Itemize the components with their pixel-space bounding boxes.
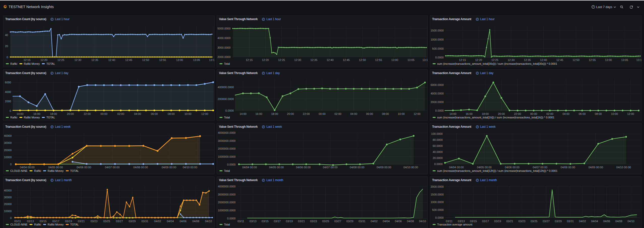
svg-text:30000: 30000	[4, 196, 12, 199]
svg-text:04/10 00:00: 04/10 00:00	[403, 166, 418, 169]
svg-text:1000000.0000: 1000000.0000	[218, 209, 236, 212]
svg-text:0.0000: 0.0000	[227, 163, 236, 166]
svg-text:03/31: 03/31	[141, 220, 148, 223]
svg-text:12:20: 12:20	[41, 58, 48, 61]
svg-text:12:20: 12:20	[475, 58, 482, 61]
svg-text:04/09 00:00: 04/09 00:00	[377, 166, 391, 169]
svg-text:12:30: 12:30	[508, 58, 515, 61]
svg-text:6000: 6000	[5, 81, 11, 84]
svg-text:12:15: 12:15	[23, 58, 30, 61]
svg-text:0.0000: 0.0000	[225, 109, 234, 112]
svg-text:12:25: 12:25	[278, 58, 285, 61]
svg-text:04/06 00:00: 04/06 00:00	[296, 166, 311, 169]
svg-text:12:40: 12:40	[108, 58, 115, 61]
svg-text:0: 0	[10, 163, 12, 166]
svg-text:13:00: 13:00	[605, 58, 612, 61]
svg-text:03/11: 03/11	[14, 220, 21, 223]
svg-text:4000000.0000: 4000000.0000	[218, 185, 236, 188]
svg-text:04/08: 04/08	[407, 220, 414, 223]
svg-text:12:45: 12:45	[343, 58, 350, 61]
svg-text:12:35: 12:35	[524, 58, 531, 61]
svg-text:04:00: 04:00	[563, 112, 570, 115]
svg-text:04/04 00:00: 04/04 00:00	[449, 166, 464, 169]
svg-text:12:50: 12:50	[142, 58, 149, 61]
svg-text:13:05: 13:05	[407, 58, 414, 61]
svg-text:12:35: 12:35	[310, 58, 317, 61]
svg-text:04/10: 04/10	[627, 220, 634, 223]
svg-text:02:00: 02:00	[117, 112, 124, 115]
svg-text:13:1: 13:1	[636, 58, 642, 61]
svg-text:12:55: 12:55	[159, 58, 166, 61]
svg-text:12:50: 12:50	[359, 58, 366, 61]
svg-text:03/17: 03/17	[482, 220, 489, 223]
svg-text:2000000.0000: 2000000.0000	[218, 147, 236, 150]
svg-text:22:00: 22:00	[514, 112, 521, 115]
svg-text:06:00: 06:00	[151, 112, 158, 115]
svg-text:12:40: 12:40	[540, 58, 547, 61]
svg-text:03/11: 03/11	[238, 220, 244, 223]
svg-text:10:00: 10:00	[611, 112, 618, 115]
svg-text:18:00: 18:00	[271, 112, 278, 115]
svg-text:2000.0000: 2000.0000	[431, 185, 444, 188]
svg-text:06:00: 06:00	[366, 112, 373, 115]
svg-text:500.0000: 500.0000	[432, 208, 444, 211]
svg-text:03/19: 03/19	[494, 220, 501, 223]
svg-text:16:00: 16:00	[255, 112, 262, 115]
svg-text:4000.0000: 4000.0000	[431, 92, 444, 95]
svg-text:04/04: 04/04	[167, 220, 174, 223]
svg-text:100.0000: 100.0000	[431, 132, 443, 135]
svg-text:0.0000: 0.0000	[435, 216, 444, 219]
svg-text:40: 40	[5, 34, 8, 37]
svg-text:12:25: 12:25	[57, 58, 65, 61]
svg-text:20:00: 20:00	[498, 112, 505, 115]
svg-text:14:00: 14:00	[17, 112, 24, 115]
svg-text:0.0000: 0.0000	[435, 109, 444, 112]
svg-text:00:00: 00:00	[530, 112, 537, 115]
svg-text:4000.0000: 4000.0000	[217, 37, 231, 40]
svg-text:6000.0000: 6000.0000	[431, 83, 444, 86]
svg-text:03/13: 03/13	[249, 220, 256, 223]
svg-text:03/23: 03/23	[90, 220, 98, 223]
svg-text:1500.0000: 1500.0000	[431, 29, 444, 32]
svg-text:20.0000: 20.0000	[433, 156, 443, 159]
svg-text:03/13: 03/13	[458, 220, 465, 223]
svg-text:13:05: 13:05	[193, 58, 200, 61]
svg-text:1000000.0000: 1000000.0000	[218, 155, 236, 158]
svg-text:03/27: 03/27	[116, 220, 123, 223]
svg-text:60.0000: 60.0000	[433, 144, 443, 147]
svg-text:4000: 4000	[5, 90, 11, 93]
svg-text:02:00: 02:00	[334, 112, 341, 115]
svg-text:13:00: 13:00	[391, 58, 398, 61]
svg-text:1000.0000: 1000.0000	[431, 201, 444, 204]
svg-text:18:00: 18:00	[482, 112, 489, 115]
svg-text:500.0000: 500.0000	[432, 47, 444, 50]
svg-text:04/10 00:00: 04/10 00:00	[183, 166, 197, 169]
svg-text:04/06 00:00: 04/06 00:00	[505, 166, 520, 169]
svg-text:1000.0000: 1000.0000	[431, 38, 444, 41]
svg-text:03/21: 03/21	[78, 220, 85, 223]
svg-text:80.0000: 80.0000	[433, 138, 443, 141]
svg-text:5000.0000: 5000.0000	[217, 27, 231, 30]
svg-text:12:30: 12:30	[74, 58, 81, 61]
svg-text:04/09 00:00: 04/09 00:00	[588, 166, 603, 169]
svg-text:20:00: 20:00	[67, 112, 74, 115]
svg-text:03/27: 03/27	[543, 220, 550, 223]
svg-text:03/13: 03/13	[27, 220, 34, 223]
svg-text:12:55: 12:55	[589, 58, 596, 61]
svg-text:12:15: 12:15	[459, 58, 466, 61]
svg-text:04/02: 04/02	[154, 220, 161, 223]
svg-text:02:00: 02:00	[546, 112, 554, 115]
svg-text:16:00: 16:00	[466, 112, 473, 115]
svg-text:04/04: 04/04	[383, 220, 390, 223]
svg-text:12:00: 12:00	[413, 112, 421, 115]
svg-text:03/11: 03/11	[446, 220, 453, 223]
svg-text:22:00: 22:00	[84, 112, 91, 115]
svg-text:03/21: 03/21	[298, 220, 305, 223]
svg-text:400000.0000: 400000.0000	[218, 86, 234, 89]
svg-text:0.0000: 0.0000	[434, 162, 443, 166]
svg-text:16:00: 16:00	[33, 112, 40, 115]
svg-text:12:30: 12:30	[294, 58, 301, 61]
svg-text:0.0000: 0.0000	[227, 217, 236, 220]
svg-text:04/07 00:00: 04/07 00:00	[323, 166, 337, 169]
svg-text:14:00: 14:00	[449, 112, 457, 115]
